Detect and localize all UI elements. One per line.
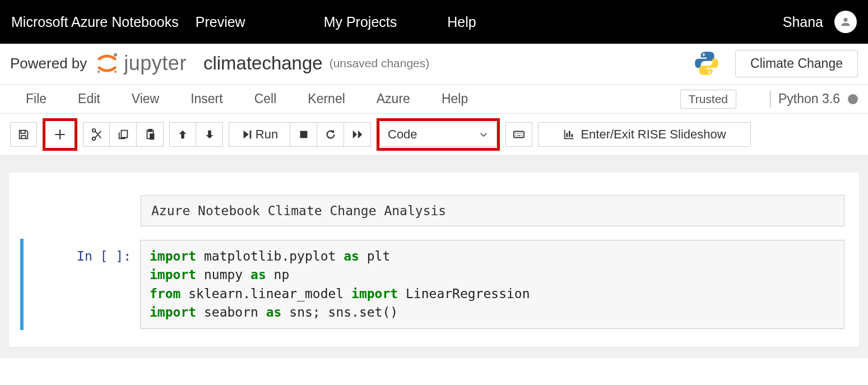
code-cell-input[interactable]: import matplotlib.pyplot as plt import n… bbox=[140, 240, 844, 329]
menu-edit[interactable]: Edit bbox=[62, 87, 116, 111]
menubar: File Edit View Insert Cell Kernel Azure … bbox=[0, 85, 868, 114]
bar-chart-icon bbox=[563, 128, 575, 141]
svg-rect-4 bbox=[300, 131, 307, 138]
restart-button[interactable] bbox=[317, 122, 344, 147]
notebook-inner: Azure Notebook Climate Change Analysis I… bbox=[9, 173, 859, 347]
menu-kernel[interactable]: Kernel bbox=[292, 87, 360, 111]
notebook-area: Azure Notebook Climate Change Analysis I… bbox=[0, 156, 868, 358]
menu-insert[interactable]: Insert bbox=[175, 87, 239, 111]
copy-button[interactable] bbox=[110, 122, 137, 147]
rise-slideshow-button[interactable]: Enter/Exit RISE Slideshow bbox=[538, 122, 751, 147]
fast-forward-icon bbox=[351, 128, 364, 141]
raw-cell[interactable]: Azure Notebook Climate Change Analysis bbox=[141, 195, 844, 226]
preview-label: Preview bbox=[196, 14, 245, 30]
run-button[interactable]: Run bbox=[229, 122, 290, 147]
save-button[interactable] bbox=[10, 122, 37, 147]
notebook-name[interactable]: climatechange bbox=[203, 53, 323, 74]
svg-rect-3 bbox=[150, 133, 154, 140]
kernel-status-indicator bbox=[848, 94, 858, 104]
nav-my-projects[interactable]: My Projects bbox=[324, 14, 397, 30]
menu-help[interactable]: Help bbox=[426, 87, 484, 111]
jupyter-logo-icon bbox=[95, 51, 119, 76]
command-palette-button[interactable] bbox=[505, 122, 532, 147]
svg-point-1 bbox=[98, 71, 100, 73]
save-status: (unsaved changes) bbox=[329, 57, 430, 70]
toolbar: Run Code Enter/Exit RISE Slideshow bbox=[0, 114, 868, 156]
user-name[interactable]: Shana bbox=[783, 14, 823, 30]
svg-point-2 bbox=[114, 71, 117, 73]
paste-icon bbox=[144, 128, 156, 141]
menu-azure[interactable]: Azure bbox=[361, 87, 426, 111]
trusted-badge[interactable]: Trusted bbox=[680, 90, 736, 109]
code-cell[interactable]: In [ ]: import matplotlib.pyplot as plt … bbox=[20, 239, 848, 330]
svg-rect-5 bbox=[514, 132, 524, 138]
separator bbox=[770, 91, 770, 108]
run-label: Run bbox=[256, 127, 278, 142]
stop-icon bbox=[298, 128, 310, 141]
nav-help[interactable]: Help bbox=[447, 14, 476, 30]
raw-cell-text: Azure Notebook Climate Change Analysis bbox=[151, 203, 446, 218]
arrow-up-icon bbox=[177, 128, 189, 141]
jupyter-logo-text: jupyter bbox=[124, 52, 187, 75]
insert-cell-below-button[interactable] bbox=[43, 118, 77, 151]
kernel-name-label: Python 3.6 bbox=[778, 91, 840, 106]
play-step-icon bbox=[241, 128, 253, 141]
menu-cell[interactable]: Cell bbox=[239, 87, 293, 111]
python-logo-icon bbox=[693, 49, 721, 77]
powered-by-label: Powered by bbox=[10, 55, 87, 72]
cut-button[interactable] bbox=[83, 122, 110, 147]
jupyter-logo[interactable]: jupyter bbox=[95, 51, 187, 76]
scissors-icon bbox=[90, 128, 103, 141]
chevron-down-icon bbox=[479, 129, 489, 140]
restart-icon bbox=[324, 128, 337, 141]
move-up-button[interactable] bbox=[169, 122, 196, 147]
save-icon bbox=[17, 128, 30, 141]
kernel-select-button[interactable]: Climate Change bbox=[735, 50, 858, 77]
plus-icon bbox=[53, 127, 67, 142]
cell-type-select[interactable]: Code bbox=[377, 118, 500, 151]
cell-type-value: Code bbox=[388, 127, 417, 142]
paste-button[interactable] bbox=[137, 122, 164, 147]
keyboard-icon bbox=[513, 128, 525, 141]
arrow-down-icon bbox=[203, 128, 216, 141]
interrupt-button[interactable] bbox=[290, 122, 317, 147]
avatar[interactable] bbox=[834, 11, 857, 33]
move-down-button[interactable] bbox=[196, 122, 223, 147]
brand-label[interactable]: Microsoft Azure Notebooks bbox=[11, 14, 179, 30]
person-icon bbox=[839, 16, 852, 28]
menu-file[interactable]: File bbox=[10, 87, 62, 111]
menu-view[interactable]: View bbox=[116, 87, 175, 111]
code-cell-prompt: In [ ]: bbox=[24, 240, 140, 329]
svg-point-0 bbox=[114, 53, 117, 57]
restart-run-all-button[interactable] bbox=[344, 122, 371, 147]
copy-icon bbox=[117, 128, 129, 141]
jupyter-header: Powered by jupyter climatechange (unsave… bbox=[0, 44, 868, 85]
rise-label: Enter/Exit RISE Slideshow bbox=[581, 127, 726, 142]
azure-topbar: Microsoft Azure Notebooks Preview My Pro… bbox=[0, 0, 868, 44]
